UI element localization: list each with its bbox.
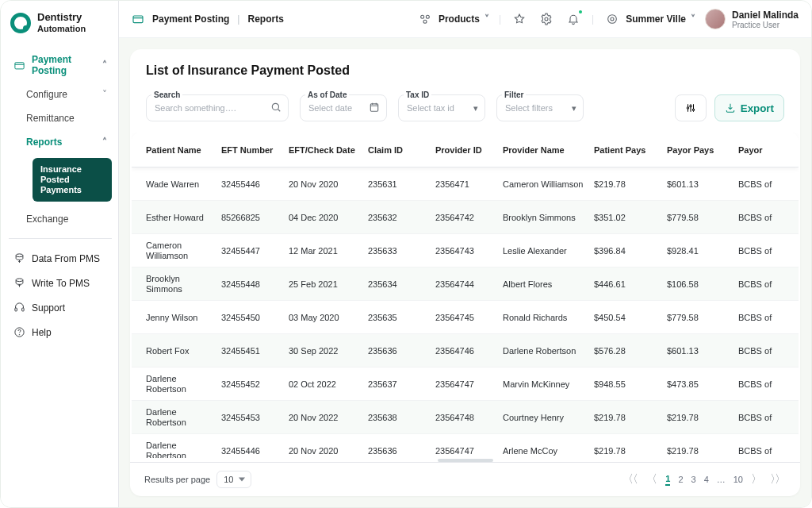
col-payor[interactable]: Payor: [738, 145, 784, 155]
user-name: Daniel Malinda: [732, 10, 799, 21]
col-provider[interactable]: Provider Name: [503, 145, 594, 155]
cell-patientPays: $450.54: [594, 313, 667, 322]
sidebar-item-data-from-pms[interactable]: Data From PMS: [9, 247, 112, 270]
location-label: Summer Ville: [626, 13, 686, 25]
col-payor-pays[interactable]: Payor Pays: [667, 145, 738, 155]
sidebar: Dentistry Automation ‹ Payment Posting ˄…: [1, 1, 119, 507]
svg-point-12: [611, 17, 614, 21]
notification-dot: [577, 9, 584, 15]
cell-eft: 32455447: [221, 246, 289, 256]
table-row[interactable]: BrooklynSimmons3245544825 Feb 2021235634…: [132, 267, 799, 301]
cell-payor: BCBS of: [738, 279, 784, 289]
sidebar-item-write-to-pms[interactable]: Write To PMS: [9, 271, 112, 294]
prev-page-button[interactable]: 〈: [646, 472, 657, 487]
rpp-label: Results per page: [144, 475, 210, 484]
table-row[interactable]: CameronWilliamson3245544712 Mar 20212356…: [132, 234, 799, 267]
cell-claim: 235638: [368, 413, 435, 422]
logo-mark-icon: [10, 13, 31, 33]
cell-patient: Jenny Wilson: [146, 313, 221, 322]
products-icon: [416, 10, 434, 28]
col-provider-id[interactable]: Provider ID: [435, 145, 503, 155]
products-menu[interactable]: Products ˅: [416, 10, 489, 28]
page-3[interactable]: 3: [691, 475, 696, 484]
table-footer: Results per page 10 〈〈 〈 1 2 3 4 … 10 〉 …: [130, 462, 800, 496]
export-label: Export: [741, 102, 774, 114]
page-10[interactable]: 10: [733, 475, 743, 484]
cell-payorPays: $219.78: [667, 446, 738, 456]
bell-icon[interactable]: [565, 10, 582, 28]
cell-patientPays: $576.28: [594, 346, 667, 356]
last-page-button[interactable]: 〉〉: [770, 472, 786, 487]
cell-eft: 32455450: [221, 313, 289, 322]
sidebar-item-payment-posting[interactable]: Payment Posting ˄: [9, 48, 112, 82]
next-page-button[interactable]: 〉: [751, 472, 762, 487]
cell-patientPays: $446.61: [594, 279, 667, 289]
table-row[interactable]: Robert Fox3245545130 Sep 202223563623564…: [132, 334, 799, 368]
cell-payorPays: $779.58: [667, 213, 738, 222]
cell-claim: 235631: [368, 179, 435, 189]
cell-claim: 235635: [368, 313, 435, 322]
card-icon: [13, 60, 25, 71]
svg-point-13: [608, 15, 617, 24]
cell-patientPays: $219.78: [594, 413, 667, 422]
col-eft[interactable]: EFT Number: [221, 145, 289, 155]
cell-payor: BCBS of: [738, 313, 784, 322]
results-per-page: Results per page 10: [144, 471, 251, 488]
table-row[interactable]: DarleneRobertson3245545202 Oct 202223563…: [132, 368, 799, 401]
filter-label: Filter: [502, 90, 526, 99]
cell-patient: Robert Fox: [146, 346, 221, 356]
sidebar-label: Data From PMS: [32, 253, 100, 264]
gear-icon[interactable]: [538, 10, 555, 28]
export-button[interactable]: Export: [714, 94, 784, 121]
sidebar-label: Remittance: [26, 113, 75, 124]
sidebar-item-exchange[interactable]: Exchange: [9, 208, 112, 230]
sidebar-item-configure[interactable]: Configure ˅: [9, 83, 112, 106]
col-patient[interactable]: Patient Name: [146, 145, 221, 155]
table-row[interactable]: DarleneRobertson3245545320 Nov 202223563…: [132, 401, 799, 434]
first-page-button[interactable]: 〈〈: [622, 472, 638, 487]
cell-patient: DarleneRobertson: [146, 407, 221, 428]
brand-line1: Dentistry: [37, 11, 82, 23]
sidebar-item-reports[interactable]: Reports ˄: [9, 131, 112, 153]
col-date[interactable]: EFT/Check Date: [289, 145, 368, 155]
cell-payorPays: $106.58: [667, 279, 738, 289]
col-patient-pays[interactable]: Patient Pays: [594, 145, 667, 155]
chevron-down-icon: ˅: [102, 89, 107, 100]
breadcrumb-item[interactable]: Payment Posting: [152, 13, 229, 25]
cell-provName: Darlene Robertson: [503, 346, 594, 356]
cell-eft: 32455452: [221, 379, 289, 389]
page-4[interactable]: 4: [704, 475, 709, 484]
table-row[interactable]: Jenny Wilson3245545003 May 2020235635235…: [132, 301, 799, 334]
breadcrumb: Payment Posting | Reports: [132, 13, 284, 25]
table-row[interactable]: Esther Howard8526682504 Dec 202023563223…: [132, 201, 799, 234]
user-menu[interactable]: Daniel Malinda Practice User: [705, 9, 799, 29]
location-picker[interactable]: Summer Ville ˅: [603, 10, 695, 28]
cell-provId: 2356471: [435, 179, 503, 189]
sidebar-item-remittance[interactable]: Remittance: [9, 107, 112, 129]
sidebar-nav: Payment Posting ˄ Configure ˅ Remittance…: [9, 48, 112, 344]
page-2[interactable]: 2: [678, 475, 683, 484]
sidebar-item-insurance-posted[interactable]: Insurance Posted Payments: [33, 158, 112, 202]
database-up-icon: [13, 277, 25, 289]
cell-provName: Ronald Richards: [503, 313, 594, 322]
cell-provName: Cameron Williamson: [503, 179, 594, 189]
table-row[interactable]: DarleneRobertson3245544620 Nov 202023563…: [132, 434, 799, 458]
sidebar-item-support[interactable]: Support: [9, 296, 112, 319]
star-icon[interactable]: [511, 10, 528, 28]
cell-date: 20 Nov 2020: [289, 446, 368, 456]
cell-patientPays: $219.78: [594, 179, 667, 189]
cell-patientPays: $948.55: [594, 379, 667, 389]
cell-patient: DarleneRobertson: [146, 441, 221, 459]
topbar-right: Products ˅ | | Summer Ville ˅ Daniel Mal…: [416, 9, 799, 29]
sidebar-item-help[interactable]: Help: [9, 321, 112, 344]
table-body: Wade Warren3245544620 Nov 20202356312356…: [132, 167, 799, 458]
table-row[interactable]: Wade Warren3245544620 Nov 20202356312356…: [132, 167, 799, 201]
topbar: Payment Posting | Reports Products ˅ | |…: [119, 1, 811, 38]
svg-point-9: [426, 15, 429, 18]
page-1[interactable]: 1: [665, 474, 670, 486]
rpp-select[interactable]: 10: [216, 471, 251, 488]
col-claim[interactable]: Claim ID: [368, 145, 435, 155]
help-icon: [13, 326, 25, 338]
cell-eft: 85266825: [221, 213, 289, 222]
settings-button[interactable]: [675, 94, 707, 121]
